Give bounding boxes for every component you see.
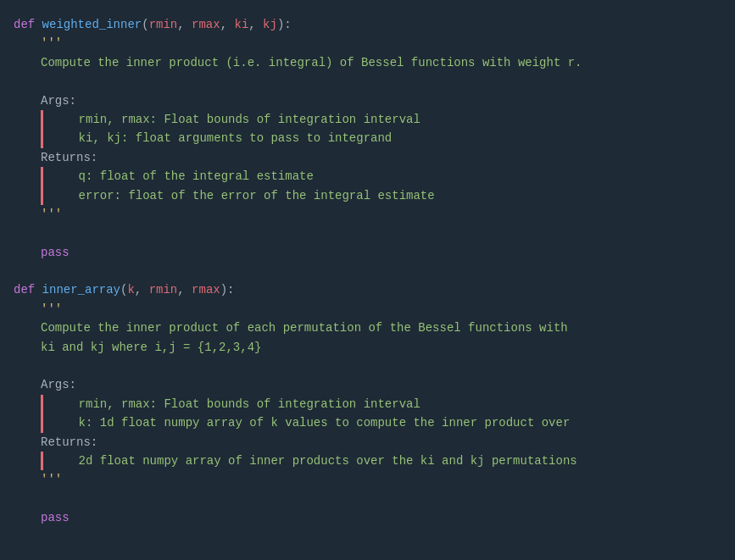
def-line-2: def inner_array(k, rmin, rmax): bbox=[0, 280, 735, 299]
keyword-def: def bbox=[14, 15, 42, 34]
blank-5 bbox=[0, 490, 735, 508]
param-rmax-2: rmax bbox=[192, 280, 220, 299]
function-name-1: weighted_inner bbox=[42, 15, 142, 34]
arg1-line-1: rmin, rmax: Float bounds of integration … bbox=[0, 110, 735, 129]
code-editor: def weighted_inner(rmin, rmax, ki, kj): … bbox=[0, 8, 735, 535]
keyword-def-2: def bbox=[14, 280, 42, 299]
paren-open: ( bbox=[142, 15, 148, 34]
description-2a: Compute the inner product of each permut… bbox=[0, 319, 735, 337]
ret1-line-2: 2d float numpy array of inner products o… bbox=[0, 452, 735, 470]
description-2b: ki and kj where i,j = {1,2,3,4} bbox=[0, 338, 735, 357]
def-line-1: def weighted_inner(rmin, rmax, ki, kj): bbox=[0, 15, 735, 34]
docstring-close-2: ''' bbox=[0, 470, 735, 489]
docstring-open-2: ''' bbox=[0, 300, 735, 319]
docstring-close-1: ''' bbox=[0, 205, 735, 224]
description-1: Compute the inner product (i.e. integral… bbox=[0, 53, 735, 72]
ret2-line-1: error: float of the error of the integra… bbox=[0, 186, 735, 205]
param-k: k bbox=[127, 280, 134, 299]
pass-2: pass bbox=[0, 508, 735, 527]
returns-label-1: Returns: bbox=[0, 148, 735, 167]
blank-3 bbox=[0, 262, 735, 280]
function-name-2: inner_array bbox=[42, 280, 120, 299]
param-rmin-2: rmin bbox=[149, 280, 178, 299]
arg2-line-1: ki, kj: float arguments to pass to integ… bbox=[0, 129, 735, 147]
blank-2 bbox=[0, 224, 735, 242]
arg1-line-2: rmin, rmax: Float bounds of integration … bbox=[0, 395, 735, 413]
docstring-open-1: ''' bbox=[0, 34, 735, 53]
param-rmax: rmax bbox=[192, 15, 220, 34]
args-label-1: Args: bbox=[0, 91, 735, 110]
returns-label-2: Returns: bbox=[0, 433, 735, 452]
args-label-2: Args: bbox=[0, 375, 735, 394]
ret1-line-1: q: float of the integral estimate bbox=[0, 167, 735, 186]
param-ki: ki bbox=[234, 15, 248, 34]
arg2-line-2: k: 1d float numpy array of k values to c… bbox=[0, 413, 735, 432]
blank-4 bbox=[0, 357, 735, 375]
pass-1: pass bbox=[0, 243, 735, 262]
param-rmin: rmin bbox=[149, 15, 178, 34]
blank-1 bbox=[0, 72, 735, 91]
param-kj: kj bbox=[263, 15, 277, 34]
